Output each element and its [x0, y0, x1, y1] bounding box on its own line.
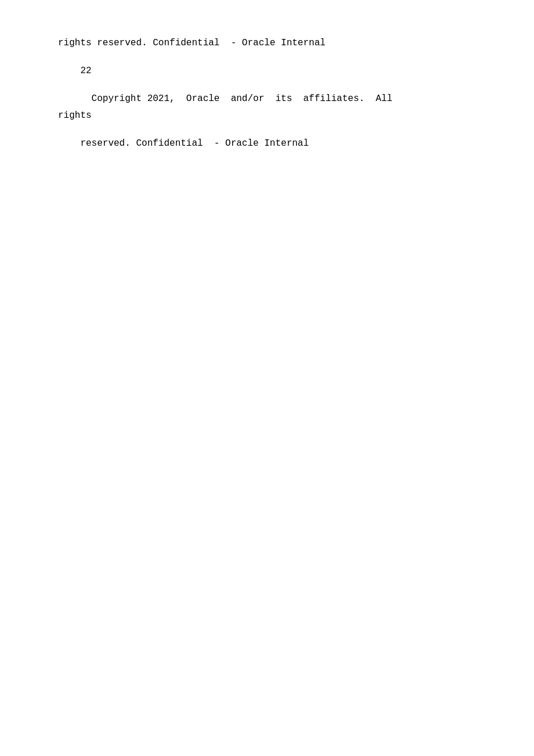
line-copyright: Copyright 2021, Oracle and/or its affili… — [58, 91, 476, 107]
spacer-1 — [58, 52, 476, 63]
line-rights: rights — [58, 107, 476, 124]
spacer-2 — [58, 80, 476, 91]
line-reserved-confidential: reserved. Confidential - Oracle Internal — [58, 135, 476, 152]
spacer-3 — [58, 124, 476, 135]
line-rights-reserved-1: rights reserved. Confidential - Oracle I… — [58, 35, 476, 52]
line-page-number: 22 — [58, 63, 476, 80]
page-content: rights reserved. Confidential - Oracle I… — [0, 0, 534, 187]
